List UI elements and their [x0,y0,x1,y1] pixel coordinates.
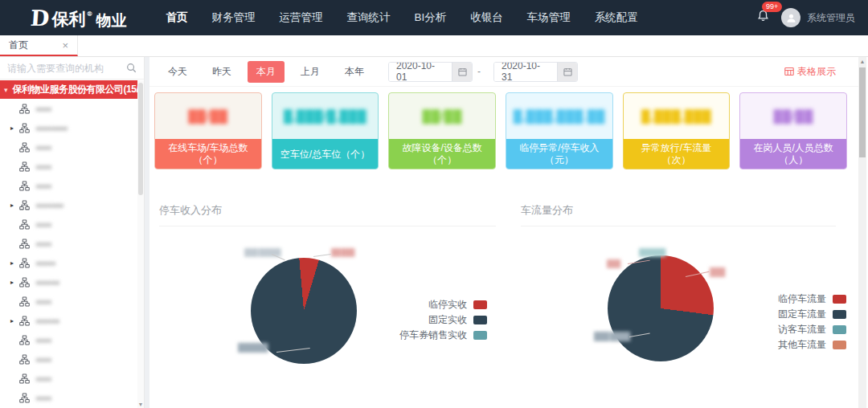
org-tree-node[interactable]: ▸ ■■■■■■ [0,272,137,292]
org-tree-root[interactable]: ▾ 保利物业服务股份有限公司(15/3 [0,80,137,99]
quick-range-button[interactable]: 上月 [292,61,329,83]
org-tree-node[interactable]: ▸ ■■■■ [0,369,137,388]
blurred-value-label: ███ ████ [594,333,629,341]
caret-right-icon[interactable]: ▸ [10,317,19,324]
start-date-value[interactable]: 2020-10-01 [389,63,452,81]
legend-item[interactable]: 临停实收 [399,297,487,312]
org-tree-node[interactable]: ▸ ■■■■ [0,157,137,176]
user-avatar[interactable] [781,8,800,27]
org-node-label-redacted: ■■■■ [35,104,51,113]
pie-chart-area: ███ █████ ██ ███ ██████ 临停实收 固定实收 [149,226,517,389]
org-tree-node[interactable]: ▸ ■■■■ [0,176,137,195]
menu-item[interactable]: 系统配置 [583,0,650,35]
username-label[interactable]: 系统管理员 [807,11,855,25]
legend-label: 其他车流量 [778,338,826,352]
legend: 临停实收 固定实收 停车券销售实收 [399,297,487,343]
legend-item[interactable]: 其他车流量 [778,337,846,353]
org-tree-node[interactable]: ▸ ■■■■■■■■ [0,118,137,137]
org-unit-icon [19,354,30,365]
org-tree-node[interactable]: ▸ ■■■■ [0,137,137,157]
main-scrollbar-thumb[interactable] [859,67,866,157]
legend-swatch [833,341,846,349]
tab-home[interactable]: 首页 × [0,35,78,56]
caret-down-icon[interactable]: ▾ [4,86,8,94]
end-date-value[interactable]: 2020-10-31 [494,63,557,81]
org-tree-node[interactable]: ▸ ■■■■■ [0,253,137,272]
scroll-up-icon[interactable]: ▲ [858,57,866,67]
org-search-input[interactable] [7,63,126,74]
legend-label: 临停实收 [428,298,467,312]
blurred-value-label: ██████ [238,344,268,352]
stat-card[interactable]: █,███/█,███ 空车位/总车位（个） [272,92,379,169]
main-menu: 首页财务管理运营管理查询统计BI分析收银台车场管理系统配置 [154,0,649,35]
stat-card[interactable]: █,███,███.██ 临停异常/停车收入（元） [506,92,613,169]
org-tree-node[interactable]: ▸ ■■■■ [0,99,137,118]
tab-close-icon[interactable]: × [62,39,68,51]
org-node-label-redacted: ■■■■■■■■ [35,124,68,133]
quick-range-button[interactable]: 今天 [159,61,196,83]
menu-item[interactable]: 收银台 [458,0,515,35]
legend-item[interactable]: 固定实收 [399,312,487,328]
menu-item[interactable]: 首页 [154,0,199,35]
calendar-button[interactable] [452,63,472,81]
org-tree-node[interactable]: ▸ ■■■■ [0,292,137,311]
start-date-picker[interactable]: 2020-10-01 [388,62,473,82]
end-date-picker[interactable]: 2020-10-31 [493,62,578,82]
notifications-button[interactable]: 99+ [756,9,770,27]
sidebar-scrollbar-thumb[interactable] [138,83,143,195]
org-tree-node[interactable]: ▸ ■■■■■■ [0,311,137,330]
menu-item[interactable]: 车场管理 [515,0,583,35]
stat-card[interactable]: ██/██ 在岗人员/人员总数（人） [739,92,847,169]
registered-mark: ® [86,10,92,18]
org-node-label-redacted: ■■■■■ [35,259,55,267]
legend-item[interactable]: 固定车流量 [778,307,846,322]
org-tree-node[interactable]: ▸ ■■■■ [0,234,137,253]
stat-card[interactable]: ██/██ 在线车场/车场总数（个） [154,92,262,169]
org-tree-node[interactable]: ▸ ■■■■■■■ [0,195,137,214]
org-unit-icon [19,335,30,345]
notification-count-badge: 99+ [762,2,782,12]
label-leader-line [313,254,331,257]
quick-range-button[interactable]: 本年 [336,61,373,83]
org-tree-node[interactable]: ▸ ■■■■ [0,349,137,369]
stat-card-label: 临停异常/停车收入（元） [506,139,612,169]
tab-bar: 首页 × [0,35,868,57]
org-unit-icon [19,104,30,114]
caret-right-icon[interactable]: ▸ [10,202,19,209]
menu-item[interactable]: 查询统计 [334,0,402,35]
search-icon[interactable] [126,63,137,73]
stat-card-value-redacted: ██/██ [740,93,846,139]
legend: 临停车流量 固定车流量 访客车流量 其他车流量 [778,292,846,353]
stat-card[interactable]: ██/██ 故障设备/设备总数（个） [388,92,496,169]
menu-item[interactable]: 运营管理 [267,0,334,35]
caret-right-icon[interactable]: ▸ [10,259,19,267]
scroll-down-icon[interactable]: ▼ [137,402,144,407]
legend-swatch [833,310,846,319]
org-unit-icon [19,316,30,326]
legend-item[interactable]: 停车券销售实收 [399,328,487,343]
quick-range-button[interactable]: 昨天 [203,61,240,83]
org-node-label-redacted: ■■■■ [35,239,51,248]
stat-card-label: 在线车场/车场总数（个） [155,139,261,169]
org-tree-node[interactable]: ▸ ■■■■ [0,330,137,349]
main-scrollbar[interactable]: ▲ [858,57,866,408]
table-view-toggle[interactable]: 表格展示 [784,65,836,79]
caret-right-icon[interactable]: ▸ [10,124,19,132]
menu-item[interactable]: 财务管理 [199,0,267,35]
org-tree-node[interactable]: ▸ ■■■■ [0,388,137,407]
legend-item[interactable]: 访客车流量 [778,322,846,337]
quick-range-button[interactable]: 本月 [248,61,285,83]
menu-item[interactable]: BI分析 [402,0,458,35]
pie-chart-area: ██████ ███ ███ ███ ████ 临停车流量 固定车流量 [517,226,858,389]
calendar-button[interactable] [557,63,577,81]
blurred-value-label: ██ ███ [331,249,354,256]
legend-item[interactable]: 临停车流量 [778,292,846,307]
sidebar-scrollbar[interactable]: ▼ [137,80,144,408]
legend-label: 临停车流量 [778,292,826,306]
charts-row: 停车收入分布 ███ █████ ██ ███ ██████ 临停实收 固定实收 [149,196,858,389]
org-tree-node[interactable]: ▸ ■■■■ [0,214,137,234]
date-range-separator: - [477,66,481,77]
caret-right-icon[interactable]: ▸ [10,279,19,286]
traffic-flow-pie[interactable] [608,255,714,361]
stat-card[interactable]: █,███,███ 异常放行/车流量（次） [623,92,731,169]
